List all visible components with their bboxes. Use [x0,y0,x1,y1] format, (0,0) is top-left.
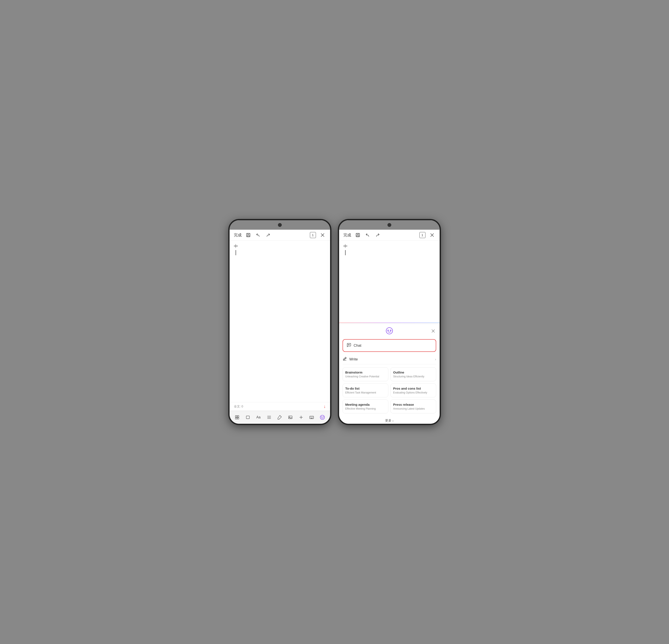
ai-menu-list: Chat Write › Brainstorm [339,339,440,424]
ai-card-pros-cons[interactable]: Pros and cons list Evaluating Options Ef… [390,383,436,397]
left-toolbar-top: 完成 1 [230,230,330,240]
image-button[interactable] [285,413,296,421]
screen-wrapper: 完成 1 [224,215,445,429]
left-camera [278,223,282,227]
right-close-button[interactable] [429,232,435,238]
left-top-bar [230,220,330,230]
left-undo-button[interactable] [255,232,261,238]
left-note-content[interactable] [230,240,330,402]
left-close-button[interactable] [319,232,326,238]
pen-button[interactable] [275,413,285,421]
right-done-button[interactable]: 完成 [343,233,351,238]
left-save-button[interactable] [245,232,252,238]
ai-close-button[interactable] [431,329,435,334]
svg-point-47 [349,345,350,345]
ai-card-outline-title: Outline [393,370,433,374]
ai-card-meeting-sub: Effective Meeting Planning [345,407,385,410]
svg-rect-6 [237,415,239,417]
svg-rect-34 [357,233,358,235]
right-page-indicator: 1 [419,232,425,238]
ai-card-pros-cons-sub: Evaluating Options Effectively [393,391,433,394]
ai-more-row[interactable]: 更多 › [343,416,436,424]
ai-card-brainstorm[interactable]: Brainstorm Unleashing Creative Potential [343,367,388,381]
left-cursor-cross [234,244,239,249]
svg-rect-8 [237,418,239,419]
svg-point-29 [321,417,322,417]
svg-point-40 [390,330,391,331]
left-text-cursor [236,250,236,255]
ai-card-todo[interactable]: To-do list Efficient Task Management [343,383,388,397]
svg-rect-7 [236,418,237,419]
svg-point-39 [387,330,388,331]
ai-card-press-sub: Announcing Latest Updates [393,407,433,410]
ai-card-outline-sub: Structuring Ideas Efficiently [393,375,433,378]
write-icon [343,356,347,362]
svg-rect-0 [246,233,250,237]
ai-card-meeting[interactable]: Meeting agenda Effective Meeting Plannin… [343,399,388,413]
left-word-count: 全文: 0 [234,405,243,409]
ai-write-row[interactable]: Write › [343,354,436,364]
right-undo-button[interactable] [365,232,371,238]
svg-rect-33 [356,233,359,237]
svg-rect-9 [246,416,250,419]
svg-point-28 [320,415,325,420]
ai-card-meeting-title: Meeting agenda [345,403,385,406]
ai-write-label: Write [350,357,432,362]
ai-panel-header [339,324,440,339]
ai-card-brainstorm-title: Brainstorm [345,370,385,374]
right-toolbar-top: 完成 1 [339,230,440,240]
left-scroll-arrow: ↓ [324,404,326,409]
left-note-footer: 全文: 0 ↓ [230,402,330,411]
gradient-divider [339,322,440,323]
svg-rect-2 [247,235,249,237]
ai-more-label: 更多 [385,419,392,423]
svg-point-30 [323,417,324,417]
write-chevron-icon: › [435,357,436,361]
left-done-button[interactable]: 完成 [234,233,242,238]
ai-card-brainstorm-sub: Unleashing Creative Potential [345,375,385,378]
ai-card-todo-sub: Efficient Task Management [345,391,385,394]
ai-chat-label: Chat [354,343,361,348]
left-redo-button[interactable] [265,232,271,238]
ai-grid: Brainstorm Unleashing Creative Potential… [343,367,436,413]
ai-card-press-title: Press release [393,403,433,406]
right-cursor-cross [343,244,348,249]
svg-point-45 [348,345,348,345]
left-toolbar-bottom: Aa [230,411,330,424]
ai-card-pros-cons-title: Pros and cons list [393,386,433,390]
ai-card-outline[interactable]: Outline Structuring Ideas Efficiently [390,367,436,381]
chat-icon [346,342,351,348]
more-chevron-icon: › [393,419,394,423]
keyboard-button[interactable] [307,413,317,421]
add-button[interactable] [296,413,306,421]
ai-logo [385,327,393,336]
text-format-button[interactable]: Aa [253,414,264,421]
svg-line-13 [280,416,281,417]
ai-panel: Chat Write › Brainstorm [339,323,440,424]
svg-point-46 [348,345,349,345]
ai-chat-button[interactable]: Chat [343,339,436,352]
align-button[interactable] [264,413,274,421]
right-camera [387,223,391,227]
right-phone: 完成 1 [338,219,441,425]
left-phone: 完成 1 [228,219,331,425]
ai-card-press[interactable]: Press release Announcing Latest Updates [390,399,436,413]
svg-rect-35 [357,235,359,237]
right-redo-button[interactable] [374,232,381,238]
tablet-button[interactable] [243,413,253,421]
grid-button[interactable] [232,413,242,421]
right-save-button[interactable] [355,232,361,238]
ai-button-left[interactable] [317,413,328,422]
left-page-indicator: 1 [310,232,316,238]
right-text-cursor [345,250,345,255]
svg-rect-5 [236,415,237,417]
right-top-bar [339,220,440,230]
svg-rect-1 [247,233,249,235]
ai-card-todo-title: To-do list [345,386,385,390]
right-note-content[interactable] [339,240,440,322]
